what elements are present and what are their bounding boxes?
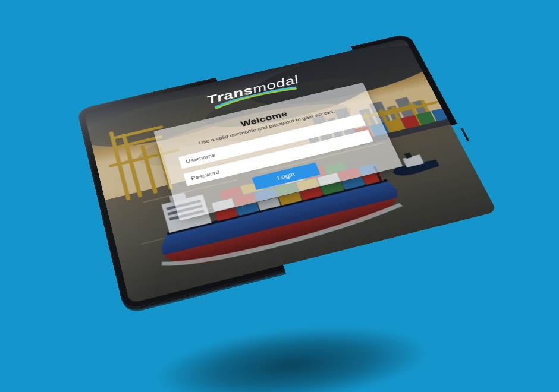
svg-rect-31 xyxy=(161,194,211,233)
svg-rect-50 xyxy=(338,168,361,181)
svg-rect-38 xyxy=(257,197,281,211)
svg-rect-55 xyxy=(282,172,305,185)
svg-rect-28 xyxy=(403,154,424,167)
svg-rect-36 xyxy=(215,207,238,221)
tablet-shadow xyxy=(97,295,486,392)
login-card: Welcome Use a valid username and passwor… xyxy=(153,83,403,221)
svg-rect-44 xyxy=(212,198,235,212)
svg-rect-45 xyxy=(233,193,256,206)
svg-rect-20 xyxy=(141,206,297,245)
svg-rect-30 xyxy=(167,179,388,235)
svg-rect-51 xyxy=(359,163,379,176)
svg-rect-39 xyxy=(279,192,302,205)
tablet-frame: Transmodal Welcome Use a valid username … xyxy=(77,33,507,311)
svg-rect-53 xyxy=(240,182,263,195)
svg-rect-58 xyxy=(373,166,382,182)
svg-rect-47 xyxy=(275,183,299,196)
svg-rect-29 xyxy=(404,153,412,159)
svg-rect-33 xyxy=(168,204,203,215)
svg-rect-37 xyxy=(236,203,259,216)
svg-rect-43 xyxy=(362,172,383,185)
svg-rect-34 xyxy=(169,210,205,221)
svg-rect-42 xyxy=(341,177,365,190)
svg-rect-54 xyxy=(262,176,284,189)
svg-rect-19 xyxy=(184,172,360,215)
svg-rect-41 xyxy=(321,182,344,195)
svg-rect-57 xyxy=(324,162,347,175)
svg-rect-52 xyxy=(219,186,242,200)
tablet-screen: Transmodal Welcome Use a valid username … xyxy=(84,38,497,304)
svg-rect-32 xyxy=(166,200,201,210)
svg-rect-46 xyxy=(254,188,277,201)
login-button[interactable]: Login xyxy=(252,162,320,190)
svg-rect-56 xyxy=(303,166,326,179)
login-ui: Transmodal Welcome Use a valid username … xyxy=(84,38,497,304)
svg-rect-17 xyxy=(143,179,237,203)
svg-rect-48 xyxy=(296,178,319,191)
svg-rect-40 xyxy=(300,187,323,200)
svg-rect-35 xyxy=(169,192,186,203)
svg-rect-49 xyxy=(317,173,340,186)
